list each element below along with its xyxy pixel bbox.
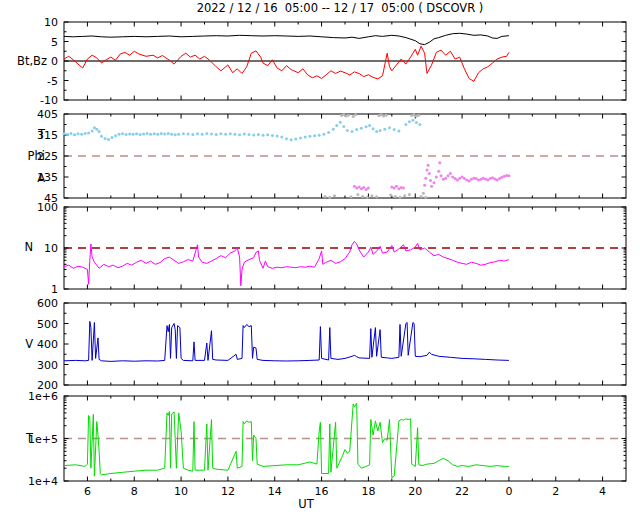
svg-text:1: 1 bbox=[51, 283, 58, 296]
svg-text:500: 500 bbox=[37, 318, 58, 331]
svg-text:1e+4: 1e+4 bbox=[28, 475, 58, 488]
svg-text:405: 405 bbox=[37, 108, 58, 121]
svg-text:-10: -10 bbox=[40, 94, 58, 107]
svg-text:300: 300 bbox=[37, 359, 58, 372]
svg-text:1e+5: 1e+5 bbox=[28, 433, 58, 446]
svg-text:100: 100 bbox=[37, 201, 58, 214]
svg-text:0: 0 bbox=[51, 55, 58, 68]
plot-canvas: 1050-5-104053152251354510010160050040030… bbox=[0, 0, 640, 512]
x-axis-label: UT bbox=[0, 497, 612, 511]
svg-text:600: 600 bbox=[37, 297, 58, 310]
solar-wind-plot: 2022 / 12 / 16 05:00 -- 12 / 17 05:00 ( … bbox=[0, 0, 640, 512]
svg-text:135: 135 bbox=[37, 171, 58, 184]
svg-text:225: 225 bbox=[37, 150, 58, 163]
svg-text:-5: -5 bbox=[47, 75, 58, 88]
svg-text:400: 400 bbox=[37, 338, 58, 351]
svg-text:10: 10 bbox=[44, 242, 58, 255]
svg-text:315: 315 bbox=[37, 129, 58, 142]
svg-text:10: 10 bbox=[44, 16, 58, 29]
svg-text:5: 5 bbox=[51, 36, 58, 49]
svg-text:1e+6: 1e+6 bbox=[28, 390, 58, 403]
